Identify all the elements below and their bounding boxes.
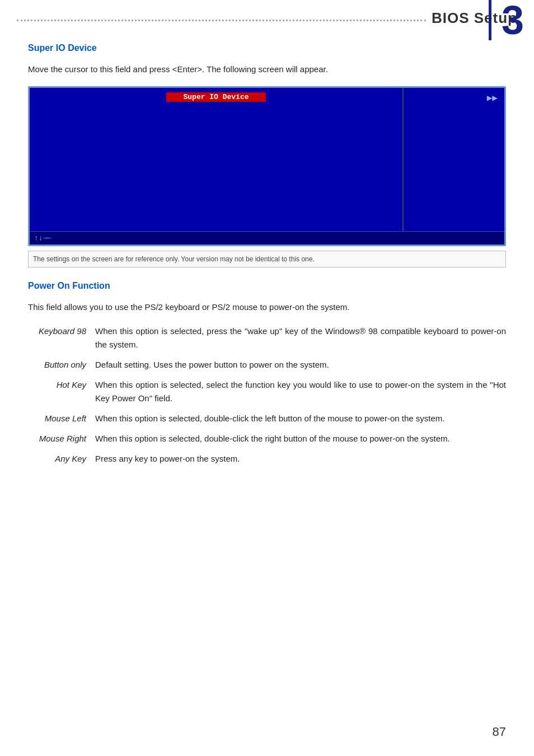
def-desc: Press any key to power-on the system. [95,452,506,466]
bios-right-panel: ▶▶ [404,88,504,245]
power-on-def-table: Keyboard 98When this option is selected,… [28,325,506,466]
bios-double-arrow: ▶▶ [487,92,498,104]
def-desc: When this option is selected, double-cli… [95,432,506,445]
chapter-number: 3 [489,0,534,40]
page-number: 87 [493,725,506,739]
def-term: Any Key [28,452,95,466]
bios-screen-wrapper: Super IO Device ▶▶ ↑↓→← [28,86,506,246]
power-on-section: Power On Function This field allows you … [28,281,506,466]
screen-note: The settings on the screen are for refer… [28,251,506,267]
def-term: Mouse Left [28,412,95,425]
super-io-title: Super IO Device [28,43,506,53]
bios-left-panel: Super IO Device [30,88,404,245]
def-row: Keyboard 98When this option is selected,… [28,325,506,351]
def-desc: When this option is selected, double-cli… [95,412,506,425]
power-on-title: Power On Function [28,281,506,291]
def-row: Mouse RightWhen this option is selected,… [28,432,506,445]
page-header: BIOS Setup 3 [0,0,534,26]
def-row: Hot KeyWhen this option is selected, sel… [28,378,506,405]
def-row: Button onlyDefault setting. Uses the pow… [28,358,506,372]
def-desc: When this option is selected, press the … [95,325,506,351]
def-term: Keyboard 98 [28,325,95,351]
dots-line [17,10,432,26]
chapter-num-block: 3 [489,0,534,40]
bios-red-bar: Super IO Device [166,92,265,102]
power-on-intro: This field allows you to use the PS/2 ke… [28,300,506,314]
bios-screen-title-bar: Super IO Device [36,92,396,102]
def-row: Mouse LeftWhen this option is selected, … [28,412,506,425]
def-term: Mouse Right [28,432,95,445]
def-row: Any KeyPress any key to power-on the sys… [28,452,506,466]
bios-nav-arrows: ↑↓→← [34,234,51,242]
main-content: Super IO Device Move the cursor to this … [0,26,534,489]
super-io-section: Super IO Device Move the cursor to this … [28,43,506,268]
bios-screen: Super IO Device ▶▶ ↑↓→← [30,88,504,245]
def-desc: When this option is selected, select the… [95,378,506,405]
bios-nav-row: ↑↓→← [30,231,504,245]
def-term: Button only [28,358,95,372]
def-term: Hot Key [28,378,95,405]
super-io-intro: Move the cursor to this field and press … [28,62,506,77]
def-desc: Default setting. Uses the power button t… [95,358,506,372]
